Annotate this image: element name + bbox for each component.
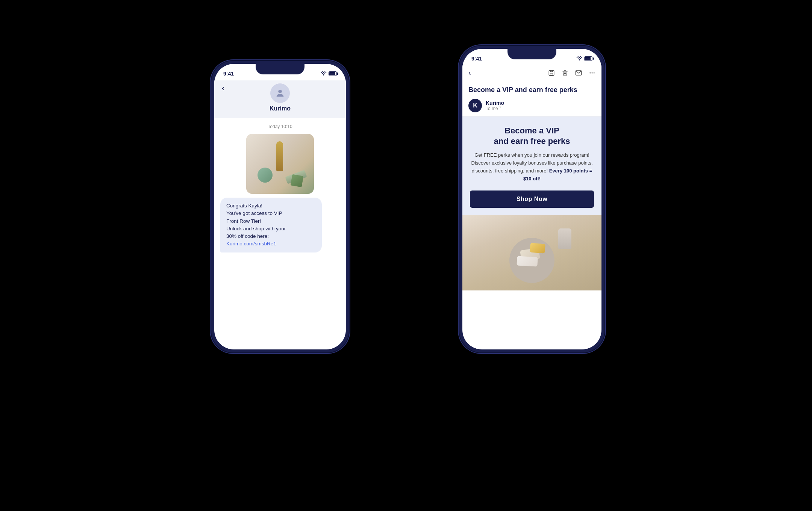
email-card-body: Get FREE perks when you join our rewards… [470, 151, 594, 183]
product-image [246, 134, 314, 194]
phone-right-screen: 9:41 ‹ [462, 49, 601, 349]
sms-header: ‹ Kurimo [214, 80, 346, 118]
battery-icon-right [584, 56, 592, 61]
soap-cylinder [558, 228, 571, 249]
phone-left-screen: 9:41 ‹ [214, 64, 346, 349]
sms-message-text: Congrats Kayla!You've got access to VIPF… [226, 203, 286, 239]
soap-block-3 [517, 256, 538, 266]
svg-point-3 [589, 72, 591, 73]
mail-icon[interactable] [575, 70, 582, 76]
back-button-right[interactable]: ‹ [468, 68, 471, 77]
sender-info: Kurimo To me ˅ [486, 100, 504, 111]
email-card-title: Become a VIPand earn free perks [470, 125, 594, 146]
email-sender-row: K Kurimo To me ˅ [462, 97, 601, 116]
battery-icon-left [329, 71, 337, 76]
svg-point-0 [278, 90, 282, 93]
phone-right: 9:41 ‹ [459, 45, 605, 353]
shop-now-button[interactable]: Shop Now [470, 190, 594, 208]
sms-timestamp: Today 10:10 [220, 124, 340, 129]
wifi-icon [321, 71, 327, 76]
back-button-left[interactable]: ‹ [222, 83, 224, 93]
contact-name: Kurimo [270, 105, 291, 112]
more-icon[interactable] [589, 70, 595, 76]
contact-avatar [270, 83, 290, 103]
product-shape-bottle [276, 141, 283, 171]
sms-image-bubble [246, 134, 314, 194]
notch-left [256, 64, 304, 74]
save-icon[interactable] [548, 70, 555, 76]
sender-name: Kurimo [486, 100, 504, 106]
email-screen: 9:41 ‹ [462, 49, 601, 349]
sms-screen: 9:41 ‹ [214, 64, 346, 349]
phone-left: 9:41 ‹ [211, 60, 350, 353]
sms-body: Today 10:10 Congrats Kayla!You've got ac… [214, 118, 346, 349]
status-time-left: 9:41 [223, 71, 234, 77]
status-icons-right [576, 56, 592, 61]
wifi-icon-right [576, 56, 582, 61]
product-shape-round [258, 168, 273, 183]
sender-avatar: K [468, 99, 482, 112]
svg-point-5 [594, 72, 595, 73]
phones-container: 9:41 ‹ [199, 30, 613, 481]
notch-right [508, 49, 556, 59]
email-highlight: Every 100 points = $10 off! [523, 168, 592, 181]
trash-icon[interactable] [562, 70, 568, 76]
product-shape-block [291, 174, 304, 187]
sms-text-bubble: Congrats Kayla!You've got access to VIPF… [220, 198, 322, 252]
email-subject: Become a VIP and earn free perks [462, 81, 601, 97]
email-product-image [462, 215, 601, 290]
sms-link[interactable]: Kurimo.com/smsbRe1 [226, 241, 276, 246]
sender-initial: K [473, 102, 477, 109]
sender-to: To me ˅ [486, 106, 504, 111]
soap-block-2 [530, 243, 545, 253]
svg-point-4 [592, 72, 593, 73]
email-card: Become a VIPand earn free perks Get FREE… [462, 116, 601, 215]
email-content: Become a VIPand earn free perks Get FREE… [462, 116, 601, 349]
person-icon [275, 88, 285, 98]
status-time-right: 9:41 [471, 56, 482, 62]
status-icons-left [321, 71, 337, 76]
email-action-icons [548, 70, 595, 76]
email-nav: ‹ [462, 65, 601, 81]
